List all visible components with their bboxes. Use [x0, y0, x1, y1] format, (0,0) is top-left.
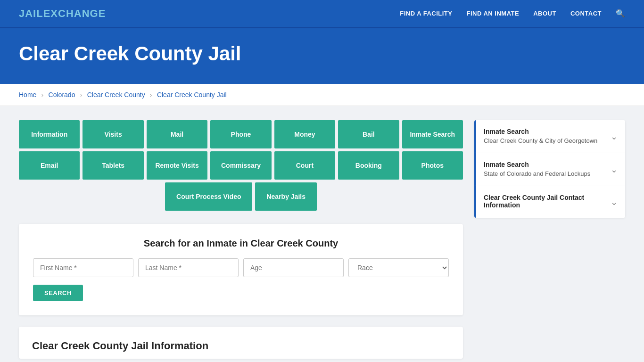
hero-section: Clear Creek County Jail	[0, 28, 644, 84]
btn-booking[interactable]: Booking	[338, 151, 399, 180]
search-inputs-group: Race White Black Hispanic Asian Other	[33, 258, 449, 277]
btn-information[interactable]: Information	[19, 120, 80, 148]
chevron-down-icon-1: ⌄	[611, 132, 618, 142]
nav-about[interactable]: ABOUT	[533, 10, 556, 17]
main-area: Information Visits Mail Phone Money Bail…	[0, 106, 644, 362]
btn-inmate-search[interactable]: Inmate Search	[402, 120, 463, 148]
sidebar-item-3-title: Clear Creek County Jail Contact Informat…	[484, 194, 606, 209]
first-name-input[interactable]	[33, 258, 133, 277]
sidebar-item-inmate-search-2[interactable]: Inmate Search State of Colorado and Fede…	[474, 153, 625, 186]
sidebar-item-1-subtitle: Clear Creek County & City of Georgetown	[484, 137, 597, 145]
sidebar-item-inmate-search-1[interactable]: Inmate Search Clear Creek County & City …	[474, 120, 625, 153]
btn-mail[interactable]: Mail	[147, 120, 207, 148]
nav-buttons-row1: Information Visits Mail Phone Money Bail…	[19, 120, 463, 148]
nav-contact[interactable]: CONTACT	[570, 10, 602, 17]
nav-find-inmate[interactable]: FIND AN INMATE	[466, 10, 519, 17]
btn-commissary[interactable]: Commissary	[210, 151, 271, 180]
left-content: Information Visits Mail Phone Money Bail…	[19, 120, 463, 359]
nav-links: FIND A FACILITY FIND AN INMATE ABOUT CON…	[400, 9, 625, 18]
breadcrumb-sep-2: ›	[80, 91, 82, 99]
jail-info-section: Clear Creek County Jail Information	[19, 327, 463, 359]
nav-buttons-row3: Court Process Video Nearby Jails	[19, 182, 463, 211]
search-icon[interactable]: 🔍	[616, 9, 625, 18]
chevron-down-icon-3: ⌄	[611, 197, 618, 207]
inmate-search-card: Search for an Inmate in Clear Creek Coun…	[19, 224, 463, 315]
btn-nearby-jails[interactable]: Nearby Jails	[255, 182, 317, 211]
logo[interactable]: JAILEXCHANGE	[19, 8, 106, 20]
race-select[interactable]: Race White Black Hispanic Asian Other	[348, 258, 449, 277]
sidebar-item-1-title: Inmate Search	[484, 128, 597, 135]
right-sidebar: Inmate Search Clear Creek County & City …	[474, 120, 625, 218]
nav-find-facility[interactable]: FIND A FACILITY	[400, 10, 452, 17]
nav-buttons-row2: Email Tablets Remote Visits Commissary C…	[19, 151, 463, 180]
sidebar-item-contact-info[interactable]: Clear Creek County Jail Contact Informat…	[474, 186, 625, 218]
btn-court-process-video[interactable]: Court Process Video	[165, 182, 252, 211]
breadcrumb-current: Clear Creek County Jail	[157, 91, 227, 99]
sidebar-card: Inmate Search Clear Creek County & City …	[474, 120, 625, 218]
logo-jail: JAIL	[19, 8, 43, 19]
breadcrumb-sep-3: ›	[150, 91, 152, 99]
breadcrumb-county[interactable]: Clear Creek County	[87, 91, 145, 99]
page-title: Clear Creek County Jail	[19, 42, 625, 65]
search-card-title: Search for an Inmate in Clear Creek Coun…	[33, 238, 449, 249]
search-submit-button[interactable]: SEARCH	[33, 285, 83, 301]
btn-phone[interactable]: Phone	[210, 120, 271, 148]
chevron-down-icon-2: ⌄	[611, 165, 618, 175]
btn-photos[interactable]: Photos	[402, 151, 463, 180]
logo-exchange: EXCHANGE	[43, 8, 106, 19]
btn-visits[interactable]: Visits	[83, 120, 143, 148]
btn-money[interactable]: Money	[274, 120, 335, 148]
btn-tablets[interactable]: Tablets	[83, 151, 143, 180]
sidebar-item-2-subtitle: State of Colorado and Federal Lockups	[484, 170, 590, 178]
jail-info-title: Clear Creek County Jail Information	[32, 340, 450, 352]
breadcrumb: Home › Colorado › Clear Creek County › C…	[0, 84, 644, 106]
breadcrumb-sep-1: ›	[41, 91, 43, 99]
navbar: JAILEXCHANGE FIND A FACILITY FIND AN INM…	[0, 0, 644, 28]
btn-court[interactable]: Court	[274, 151, 335, 180]
last-name-input[interactable]	[138, 258, 239, 277]
breadcrumb-home[interactable]: Home	[19, 91, 36, 99]
age-input[interactable]	[243, 258, 344, 277]
btn-email[interactable]: Email	[19, 151, 80, 180]
btn-bail[interactable]: Bail	[338, 120, 399, 148]
breadcrumb-colorado[interactable]: Colorado	[49, 91, 75, 99]
btn-remote-visits[interactable]: Remote Visits	[147, 151, 207, 180]
sidebar-item-2-title: Inmate Search	[484, 161, 590, 168]
